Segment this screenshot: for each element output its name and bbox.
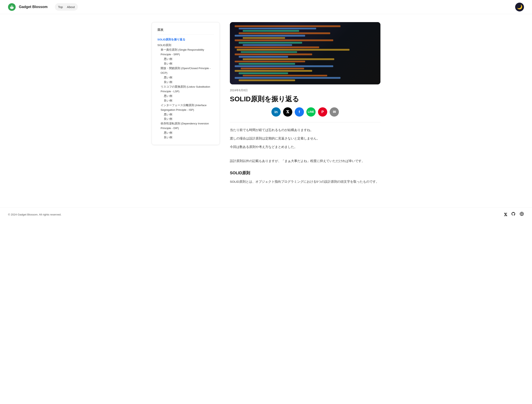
article-paragraph: SOLID原則とは、オブジェクト指向プログラミングにおける5つの設計原則の頭文字…: [230, 179, 380, 184]
nav-about[interactable]: About: [67, 4, 75, 10]
toc-item[interactable]: 悪い例: [157, 94, 214, 98]
main-nav: Top About: [55, 3, 78, 11]
toc-item[interactable]: リスコフの置換原則 (Liskov Substitution Principle…: [157, 85, 214, 94]
toc-sidebar: 目次 SOLID原則を振り返るSOLID原則単一責任原則 (Single Res…: [152, 22, 220, 145]
share-linkedin[interactable]: in: [272, 107, 281, 117]
site-title: Gadget Blossom: [19, 4, 48, 10]
toc-item[interactable]: 悪い例: [157, 57, 214, 61]
article-title: SOLID原則を振り返る: [230, 94, 380, 103]
dark-mode-toggle[interactable]: 🌙: [515, 3, 524, 12]
toc-item[interactable]: 依存性逆転原則 (Dependency Inversion Principle …: [157, 121, 214, 131]
toc-item[interactable]: インターフェース分離原則 (Interface Segregation Prin…: [157, 103, 214, 112]
toc-item[interactable]: SOLID原則を振り返る: [157, 37, 214, 42]
toc-item[interactable]: 悪い例: [157, 112, 214, 117]
article: 2024年6月8日 SOLID原則を振り返る in 𝕏 f LINE P ✉ 当…: [230, 22, 380, 187]
share-twitter[interactable]: 𝕏: [283, 107, 292, 117]
page-content: 目次 SOLID原則を振り返るSOLID原則単一責任原則 (Single Res…: [146, 14, 386, 195]
footer: © 2024 Gadget Blossom. All rights reserv…: [0, 208, 532, 222]
toc-item[interactable]: 開放・閉鎖原則 (Open/Closed Principle - OCP): [157, 66, 214, 75]
share-line[interactable]: LINE: [306, 107, 316, 117]
toc-item[interactable]: 単一責任原則 (Single Responsibility Principle …: [157, 48, 214, 57]
footer-twitter-icon[interactable]: 𝕏: [504, 211, 507, 218]
share-pinterest[interactable]: P: [318, 107, 327, 117]
nav-top[interactable]: Top: [58, 4, 63, 10]
toc-item[interactable]: 良い例: [157, 61, 214, 66]
share-email[interactable]: ✉: [330, 107, 339, 117]
toc-item[interactable]: 良い例: [157, 117, 214, 121]
share-bar: in 𝕏 f LINE P ✉: [230, 107, 380, 117]
footer-copyright: © 2024 Gadget Blossom. All rights reserv…: [8, 212, 61, 217]
header: Gadget Blossom Top About 🌙: [0, 0, 532, 14]
article-paragraph: 渡しの場合は設計原則は定期的に見返さないと定着しません。: [230, 136, 380, 141]
article-paragraph: 当たり前でも時間が経てば忘れるものが結構ありますね。: [230, 127, 380, 133]
toc-heading: 目次: [157, 27, 214, 35]
toc-item[interactable]: 良い例: [157, 80, 214, 85]
share-facebook[interactable]: f: [295, 107, 304, 117]
article-paragraph: 今回は数ある原則や考え方などまとめました。: [230, 144, 380, 150]
toc-list: SOLID原則を振り返るSOLID原則単一責任原則 (Single Respon…: [157, 37, 214, 140]
footer-github-icon[interactable]: [511, 211, 516, 218]
article-hero-image: [230, 22, 380, 85]
article-paragraph: 設計原則以外の記載もありますが、「まぁ大事だよね」程度に抑えていただければ幸いで…: [230, 158, 380, 164]
toc-item[interactable]: SOLID原則: [157, 43, 214, 48]
toc-item[interactable]: 悪い例: [157, 131, 214, 135]
logo-icon: [8, 3, 16, 11]
article-section-heading: SOLID原則: [230, 169, 380, 176]
toc-item[interactable]: 悪い例: [157, 75, 214, 80]
footer-icons: 𝕏: [504, 211, 524, 218]
article-date: 2024年6月8日: [230, 88, 380, 93]
toc-item[interactable]: 良い例: [157, 135, 214, 140]
header-left: Gadget Blossom Top About: [8, 3, 78, 11]
code-visual: [230, 22, 380, 85]
footer-globe-icon[interactable]: [519, 211, 524, 218]
svg-point-2: [11, 6, 13, 7]
toc-item[interactable]: 良い例: [157, 98, 214, 103]
article-body: 当たり前でも時間が経てば忘れるものが結構ありますね。渡しの場合は設計原則は定期的…: [230, 127, 380, 184]
